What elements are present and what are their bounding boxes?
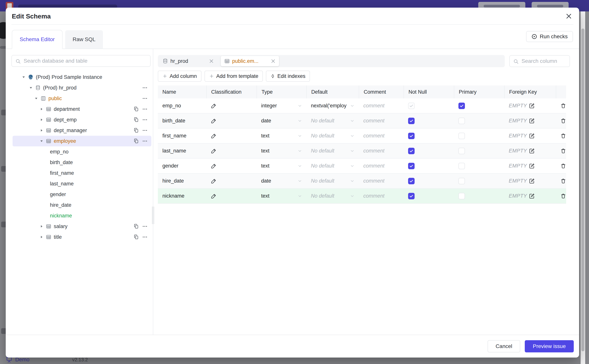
not-null-checked-checkbox[interactable]: [408, 133, 415, 139]
trash-icon[interactable]: [560, 118, 566, 124]
close-icon[interactable]: [209, 59, 214, 64]
primary-unchecked-checkbox[interactable]: [458, 193, 465, 199]
primary-unchecked-checkbox[interactable]: [458, 148, 465, 154]
not-null-checked-checkbox[interactable]: [408, 178, 415, 184]
run-checks-button[interactable]: Run checks: [526, 31, 573, 42]
more-options-icon[interactable]: [142, 96, 147, 101]
close-icon[interactable]: [271, 59, 276, 64]
type-select[interactable]: text: [257, 143, 306, 158]
type-select[interactable]: integer: [257, 98, 306, 113]
more-options-icon[interactable]: [142, 138, 147, 144]
type-select[interactable]: text: [257, 159, 306, 173]
tab-chip-public-em[interactable]: public.em...: [221, 56, 279, 66]
add-column-button[interactable]: Add column: [158, 71, 201, 82]
close-icon[interactable]: [565, 13, 572, 20]
edit-foreign-key-icon[interactable]: [529, 133, 535, 139]
tree-item-public[interactable]: public: [13, 93, 151, 104]
name-cell[interactable]: last_name: [158, 143, 206, 158]
tree-item-emp-no[interactable]: emp_no: [13, 146, 151, 157]
type-select[interactable]: text: [257, 129, 306, 143]
edit-indexes-button[interactable]: Edit indexes: [266, 71, 310, 82]
tree-item-last-name[interactable]: last_name: [13, 178, 151, 189]
copy-icon[interactable]: [134, 106, 139, 112]
tab-raw-sql[interactable]: Raw SQL: [65, 30, 103, 49]
copy-icon[interactable]: [134, 128, 139, 133]
not-null-checked-checkbox[interactable]: [408, 148, 415, 154]
type-select[interactable]: date: [257, 174, 306, 188]
default-select[interactable]: No default: [306, 143, 359, 158]
comment-input[interactable]: comment: [359, 159, 403, 173]
edit-foreign-key-icon[interactable]: [529, 118, 535, 124]
tree-item-dept-manager[interactable]: dept_manager: [13, 125, 151, 136]
edit-foreign-key-icon[interactable]: [529, 148, 535, 154]
edit-classification-icon[interactable]: [211, 163, 217, 169]
edit-classification-icon[interactable]: [211, 133, 217, 139]
copy-icon[interactable]: [134, 224, 139, 229]
more-options-icon[interactable]: [142, 117, 147, 122]
name-cell[interactable]: birth_date: [158, 113, 206, 128]
copy-icon[interactable]: [134, 138, 139, 144]
primary-unchecked-checkbox[interactable]: [458, 118, 465, 124]
primary-unchecked-checkbox[interactable]: [458, 133, 465, 139]
comment-input[interactable]: comment: [359, 143, 403, 158]
default-select[interactable]: No default: [306, 129, 359, 143]
comment-input[interactable]: comment: [359, 113, 403, 128]
edit-foreign-key-icon[interactable]: [529, 103, 535, 109]
trash-icon[interactable]: [560, 193, 566, 199]
primary-unchecked-checkbox[interactable]: [458, 163, 465, 169]
more-options-icon[interactable]: [142, 128, 147, 133]
trash-icon[interactable]: [560, 103, 566, 109]
default-select[interactable]: No default: [306, 174, 359, 188]
comment-input[interactable]: comment: [359, 174, 403, 188]
edit-classification-icon[interactable]: [211, 103, 217, 109]
not-null-checked-checkbox[interactable]: [408, 118, 415, 124]
tree-item-hire-date[interactable]: hire_date: [13, 200, 151, 210]
tree-item-first-name[interactable]: first_name: [13, 168, 151, 178]
trash-icon[interactable]: [560, 178, 566, 184]
not-null-checked-checkbox[interactable]: [408, 163, 415, 169]
edit-foreign-key-icon[interactable]: [529, 193, 535, 199]
default-select[interactable]: nextval('employ: [306, 98, 359, 113]
primary-unchecked-checkbox[interactable]: [458, 178, 465, 184]
tree-item-prod-hr-prod[interactable]: (Prod) hr_prod: [13, 82, 151, 93]
name-cell[interactable]: gender: [158, 159, 206, 173]
tree-item-nickname[interactable]: nickname: [13, 210, 151, 221]
tree-item-department[interactable]: department: [13, 104, 151, 114]
type-select[interactable]: date: [257, 113, 306, 128]
tree-item-gender[interactable]: gender: [13, 189, 151, 200]
primary-checked-checkbox[interactable]: [458, 103, 465, 109]
trash-icon[interactable]: [560, 163, 566, 169]
trash-icon[interactable]: [560, 148, 566, 154]
cancel-button[interactable]: Cancel: [488, 340, 520, 352]
tree-item-dept-emp[interactable]: dept_emp: [13, 114, 151, 125]
tab-chip-hr-prod[interactable]: hr_prod: [159, 56, 217, 66]
name-cell[interactable]: nickname: [158, 189, 206, 203]
edit-foreign-key-icon[interactable]: [529, 178, 535, 184]
tree-item-employee[interactable]: employee: [13, 136, 151, 146]
name-cell[interactable]: emp_no: [158, 98, 206, 113]
tree-item-title[interactable]: title: [13, 232, 151, 242]
not-null-checked-checkbox[interactable]: [408, 193, 415, 199]
scrollbar-thumb[interactable]: [581, 29, 584, 351]
edit-foreign-key-icon[interactable]: [529, 163, 535, 169]
default-select[interactable]: No default: [306, 159, 359, 173]
tree-item-prod-prod-sample-instance[interactable]: (Prod) Prod Sample Instance: [13, 72, 151, 82]
database-search-input[interactable]: [12, 55, 150, 66]
trash-icon[interactable]: [560, 133, 566, 139]
comment-input[interactable]: comment: [359, 129, 403, 143]
edit-classification-icon[interactable]: [211, 148, 217, 154]
copy-icon[interactable]: [134, 234, 139, 240]
tab-schema-editor[interactable]: Schema Editor: [12, 30, 62, 49]
copy-icon[interactable]: [134, 117, 139, 122]
comment-input[interactable]: comment: [359, 98, 403, 113]
name-cell[interactable]: first_name: [158, 129, 206, 143]
more-options-icon[interactable]: [142, 234, 147, 240]
type-select[interactable]: text: [257, 189, 306, 203]
tree-item-salary[interactable]: salary: [13, 221, 151, 232]
more-options-icon[interactable]: [142, 224, 147, 229]
preview-issue-button[interactable]: Preview issue: [525, 340, 574, 352]
add-from-template-button[interactable]: Add from template: [205, 71, 263, 82]
edit-classification-icon[interactable]: [211, 193, 217, 199]
name-cell[interactable]: hire_date: [158, 174, 206, 188]
more-options-icon[interactable]: [142, 85, 147, 91]
